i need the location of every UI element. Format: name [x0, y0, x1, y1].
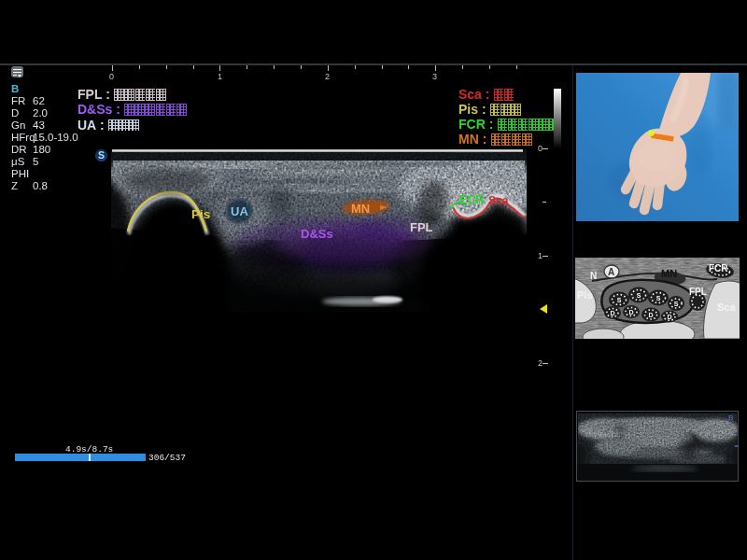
svg-text:FPL: FPL [689, 287, 707, 297]
svg-text:D: D [667, 314, 671, 320]
svg-text:A: A [608, 267, 614, 277]
svg-text:S: S [656, 295, 661, 301]
svg-text:N: N [590, 271, 597, 281]
svg-text:Pis: Pis [577, 289, 593, 301]
svg-text:D: D [648, 312, 653, 318]
svg-text:B: B [728, 413, 733, 422]
svg-text:D: D [610, 310, 614, 316]
svg-text:Sca: Sca [717, 301, 736, 313]
svg-text:S: S [617, 297, 622, 303]
svg-text:FCR: FCR [709, 263, 728, 273]
svg-text:S: S [674, 301, 679, 307]
svg-text:MN: MN [661, 268, 677, 279]
svg-text:S: S [637, 292, 641, 299]
svg-text:D: D [628, 309, 633, 315]
